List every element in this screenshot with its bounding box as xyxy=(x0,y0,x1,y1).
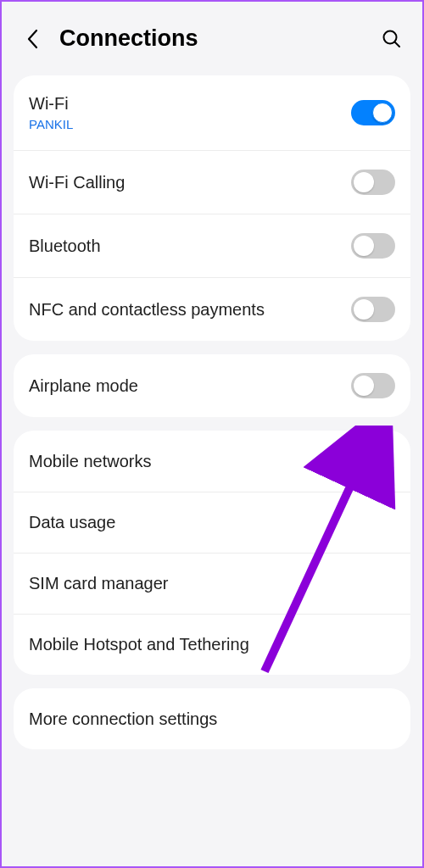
row-title: More connection settings xyxy=(29,709,395,729)
airplane-mode-row[interactable]: Airplane mode xyxy=(14,354,410,417)
row-title: Wi-Fi xyxy=(29,94,351,114)
wifi-calling-row[interactable]: Wi-Fi Calling xyxy=(14,150,410,214)
row-title: Airplane mode xyxy=(29,376,351,396)
hotspot-tethering-row[interactable]: Mobile Hotspot and Tethering xyxy=(14,614,410,675)
wifi-calling-toggle[interactable] xyxy=(351,170,395,195)
settings-group: Mobile networks Data usage SIM card mana… xyxy=(14,431,410,675)
more-connection-settings-row[interactable]: More connection settings xyxy=(14,688,410,749)
row-title: NFC and contactless payments xyxy=(29,300,351,320)
nfc-row[interactable]: NFC and contactless payments xyxy=(14,277,410,341)
header: Connections xyxy=(2,2,422,75)
row-subtitle: PANKIL xyxy=(29,117,351,131)
wifi-toggle[interactable] xyxy=(351,100,395,125)
row-text: Data usage xyxy=(29,513,395,532)
settings-group: Airplane mode xyxy=(14,354,410,417)
page-title: Connections xyxy=(59,25,365,52)
row-text: SIM card manager xyxy=(29,574,395,593)
bluetooth-toggle[interactable] xyxy=(351,233,395,259)
row-title: Data usage xyxy=(29,513,395,532)
row-text: NFC and contactless payments xyxy=(29,300,351,320)
row-title: SIM card manager xyxy=(29,574,395,593)
svg-line-1 xyxy=(395,42,399,47)
row-title: Wi-Fi Calling xyxy=(29,173,351,192)
svg-point-0 xyxy=(384,31,397,43)
row-text: Mobile networks xyxy=(29,452,395,471)
mobile-networks-row[interactable]: Mobile networks xyxy=(14,431,410,492)
wifi-row[interactable]: Wi-Fi PANKIL xyxy=(14,75,410,150)
row-title: Mobile Hotspot and Tethering xyxy=(29,635,395,654)
row-text: Airplane mode xyxy=(29,376,351,396)
row-text: More connection settings xyxy=(29,709,395,729)
row-text: Bluetooth xyxy=(29,236,351,256)
sim-card-manager-row[interactable]: SIM card manager xyxy=(14,553,410,614)
row-text: Wi-Fi PANKIL xyxy=(29,94,351,131)
nfc-toggle[interactable] xyxy=(351,297,395,322)
row-text: Mobile Hotspot and Tethering xyxy=(29,635,395,654)
airplane-mode-toggle[interactable] xyxy=(351,373,395,398)
bluetooth-row[interactable]: Bluetooth xyxy=(14,214,410,277)
back-icon[interactable] xyxy=(22,29,42,49)
row-text: Wi-Fi Calling xyxy=(29,173,351,192)
settings-group: Wi-Fi PANKIL Wi-Fi Calling Bluetooth NFC… xyxy=(14,75,410,341)
row-title: Bluetooth xyxy=(29,236,351,256)
row-title: Mobile networks xyxy=(29,452,395,471)
settings-group: More connection settings xyxy=(14,688,410,749)
search-icon[interactable] xyxy=(382,29,402,49)
data-usage-row[interactable]: Data usage xyxy=(14,492,410,553)
